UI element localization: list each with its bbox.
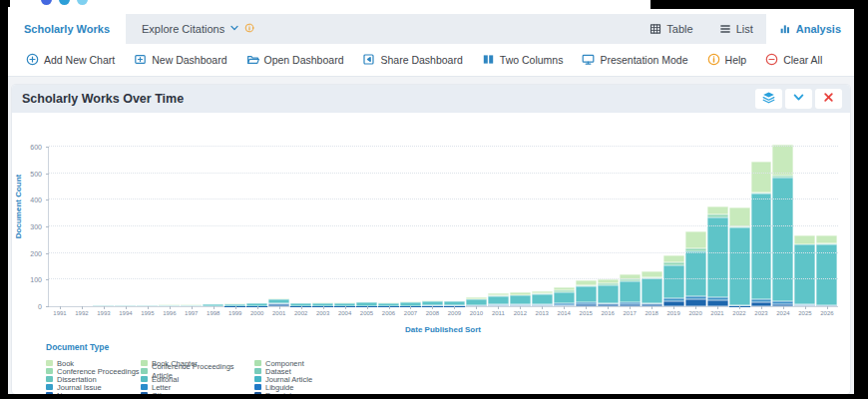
bar-slot-2020: 2020	[684, 147, 706, 306]
toolbar-help-button[interactable]: Help	[707, 53, 747, 68]
bar-segment	[729, 227, 750, 306]
info-circle-icon	[707, 53, 720, 68]
bar-slot-2013: 2013	[531, 147, 553, 306]
bar-slot-2016: 2016	[597, 147, 619, 306]
toolbar-label: Clear All	[783, 54, 822, 66]
bar-segment	[816, 244, 837, 304]
app-icon-1[interactable]	[41, 0, 52, 5]
bar-slot-2025: 2025	[794, 147, 816, 306]
bar-slot-1991: 1991	[49, 147, 71, 306]
bar-segment	[707, 217, 728, 297]
bar-slot-1994: 1994	[115, 147, 137, 306]
bar-2026[interactable]	[816, 235, 837, 306]
legend-item-libguide: Libguide	[254, 383, 850, 391]
view-list[interactable]: List	[706, 14, 766, 44]
list-icon	[719, 23, 731, 35]
toolbar-add-new-chart-button[interactable]: Add New Chart	[26, 53, 115, 68]
toolbar-new-dashboard-button[interactable]: New Dashboard	[134, 53, 226, 68]
y-tick-mark	[46, 147, 49, 148]
gridline: 500	[49, 173, 838, 174]
legend-item-component: Component	[254, 359, 850, 367]
layers-button[interactable]	[755, 89, 782, 109]
bar-2011[interactable]	[488, 293, 509, 306]
legend-swatch	[254, 392, 261, 394]
y-tick-mark	[46, 200, 49, 200]
toolbar-label: New Dashboard	[152, 54, 226, 66]
app-icon-3[interactable]	[77, 0, 88, 5]
legend-label: Preprint	[265, 391, 291, 395]
toolbar-label: Presentation Mode	[600, 54, 687, 66]
chart-panel-body: Document Count 1991199219931994199519961…	[12, 113, 850, 394]
bar-2019[interactable]	[663, 255, 684, 306]
bar-slot-2002: 2002	[290, 147, 312, 306]
bar-slot-2017: 2017	[619, 147, 641, 306]
view-table[interactable]: Table	[637, 14, 705, 44]
bar-2023[interactable]	[751, 162, 772, 306]
toolbar-label: Open Dashboard	[264, 54, 344, 66]
legend-swatch	[254, 360, 261, 366]
bar-segment	[532, 294, 553, 304]
y-tick-label: 100	[30, 276, 42, 283]
y-tick-mark	[46, 253, 49, 254]
tab-label: Explore Citations	[142, 23, 224, 35]
bar-2018[interactable]	[642, 271, 662, 306]
bar-2020[interactable]	[685, 231, 706, 306]
bar-segment	[729, 207, 750, 226]
bar-segment	[488, 296, 509, 305]
bar-2012[interactable]	[510, 292, 531, 306]
chevron-down-icon[interactable]	[229, 23, 239, 35]
bar-2001[interactable]	[268, 298, 289, 306]
bar-slot-2022: 2022	[728, 147, 750, 306]
minus-circle-icon	[765, 53, 778, 68]
toolbar-clear-all-button[interactable]: Clear All	[765, 53, 822, 68]
y-tick-mark	[46, 279, 49, 280]
bar-2010[interactable]	[466, 297, 487, 306]
legend-item-news: News	[46, 391, 141, 394]
info-icon[interactable]	[244, 23, 254, 35]
bar-slot-1995: 1995	[137, 147, 159, 306]
legend-label: News	[57, 391, 76, 395]
toolbar-share-dashboard-button[interactable]: Share Dashboard	[362, 53, 462, 68]
y-tick-label: 300	[30, 223, 42, 230]
bar-2013[interactable]	[532, 291, 553, 306]
legend-item-journal-article: Journal Article	[254, 375, 850, 383]
layers-icon	[762, 90, 775, 108]
y-tick-mark	[46, 226, 49, 227]
collapse-button[interactable]	[785, 89, 812, 109]
toolbar-two-columns-button[interactable]: Two Columns	[482, 53, 564, 68]
close-button[interactable]	[815, 89, 842, 109]
legend-swatch	[46, 392, 53, 394]
bar-segment	[620, 281, 641, 302]
bar-2014[interactable]	[554, 287, 575, 306]
bar-slot-2009: 2009	[443, 147, 465, 306]
legend-swatch	[46, 368, 53, 374]
bar-slot-2023: 2023	[750, 147, 772, 306]
y-tick-label: 0	[38, 303, 42, 310]
add-circle-icon	[26, 53, 39, 68]
bar-slot-2010: 2010	[465, 147, 487, 306]
tab-explore-citations[interactable]: Explore Citations	[126, 14, 270, 44]
view-analysis[interactable]: Analysis	[766, 14, 854, 44]
bar-2016[interactable]	[598, 279, 619, 306]
bar-slot-1992: 1992	[71, 147, 93, 306]
legend-swatch	[46, 360, 53, 366]
share-box-icon	[362, 53, 375, 68]
bar-segment	[598, 285, 619, 303]
x-axis-title: Date Published Sort	[48, 325, 838, 334]
bar-2015[interactable]	[576, 280, 597, 306]
legend-swatch	[254, 368, 261, 374]
legend-swatch	[141, 376, 148, 382]
y-tick-label: 200	[30, 249, 42, 256]
legend-swatch	[46, 376, 53, 382]
bar-2022[interactable]	[729, 207, 750, 306]
bar-2021[interactable]	[707, 206, 728, 306]
tab-scholarly-works[interactable]: Scholarly Works	[8, 14, 126, 44]
bar-slot-2000: 2000	[246, 147, 268, 306]
toolbar-presentation-mode-button[interactable]: Presentation Mode	[582, 53, 687, 68]
gridline: 600	[49, 146, 838, 147]
toolbar-open-dashboard-button[interactable]: Open Dashboard	[246, 53, 344, 68]
bar-2025[interactable]	[794, 235, 815, 306]
bar-slot-1999: 1999	[224, 147, 246, 306]
legend-item-other: Other	[141, 391, 254, 394]
app-icon-2[interactable]	[59, 0, 70, 5]
